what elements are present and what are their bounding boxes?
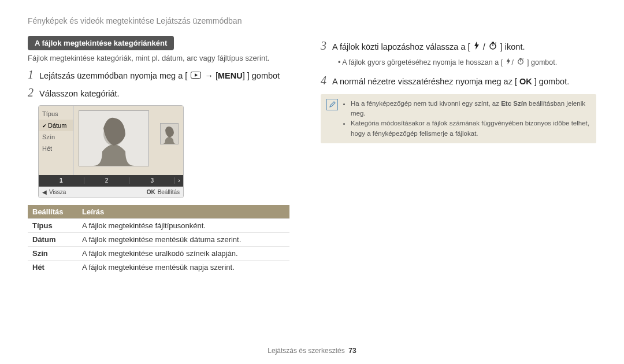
status-bar: ◀ Vissza OK Beállítás <box>39 187 183 198</box>
step-4-post: ] gombot. <box>534 77 569 86</box>
menu-label-icon: [MENU] <box>216 71 245 80</box>
settings-table: Beállítás Leírás Típus A fájlok megtekin… <box>28 205 289 274</box>
step-number: 2 <box>28 86 39 99</box>
step-3-bullet-post: ] gombot. <box>527 58 557 66</box>
status-set[interactable]: Beállítás <box>158 189 180 195</box>
section-desc: Fájlok megtekintése kategóriák, mint pl.… <box>28 54 303 62</box>
flash-icon <box>506 57 511 68</box>
page-header: Fényképek és videók megtekintése Lejátsz… <box>28 16 596 25</box>
photo-main <box>79 110 149 166</box>
table-row: Hét A fájlok megtekintése mentésük napja… <box>28 260 289 274</box>
step-4-pre: A normál nézetre visszatéréshez nyomja m… <box>332 77 517 86</box>
right-column: 3 A fájlok közti lapozáshoz válassza a [… <box>321 36 596 352</box>
step-text: Lejátszás üzemmódban nyomja meg a [ → [M… <box>39 70 280 83</box>
step-1-pre: Lejátszás üzemmódban nyomja meg a [ <box>39 71 187 80</box>
footer-page: 73 <box>348 347 356 355</box>
arrow-icon: → <box>205 71 216 80</box>
back-arrow-icon[interactable]: ◀ <box>42 189 47 195</box>
svg-line-15 <box>522 59 523 60</box>
svg-point-12 <box>518 60 523 65</box>
thumb-page-3[interactable]: 3 <box>129 177 175 184</box>
th-desc: Leírás <box>77 205 289 219</box>
td-date-desc: A fájlok megtekintése mentésük dátuma sz… <box>77 232 289 246</box>
td-type: Típus <box>28 218 77 232</box>
step-3-pre: A fájlok közti lapozáshoz válassza a [ <box>332 42 470 51</box>
note-item-1: Ha a fényképezőgép nem tud kivonni egy s… <box>351 99 590 119</box>
category-list: Típus Dátum Szín Hét <box>39 106 74 175</box>
photo-preview-area <box>74 106 183 175</box>
step-1-post: ] gombot <box>247 71 280 80</box>
svg-marker-6 <box>474 42 479 50</box>
cat-item-date[interactable]: Dátum <box>39 120 73 131</box>
step-3-bullet: • A fájlok gyors görgetéséhez nyomja le … <box>338 57 596 68</box>
note1-pre: Ha a fényképezőgép nem tud kivonni egy s… <box>351 100 501 107</box>
step-number: 4 <box>321 74 332 87</box>
th-setting: Beállítás <box>28 205 77 219</box>
td-week-desc: A fájlok megtekintése mentésük napja sze… <box>77 260 289 274</box>
step-1: 1 Lejátszás üzemmódban nyomja meg a [ → … <box>28 68 303 83</box>
thumb-page-1[interactable]: 1 <box>39 177 84 184</box>
step-3: 3 A fájlok közti lapozáshoz válassza a [… <box>321 39 596 54</box>
step-text: A fájlok közti lapozáshoz válassza a [ /… <box>332 41 525 54</box>
step-2: 2 Válasszon kategóriát. <box>28 86 303 101</box>
svg-rect-14 <box>519 58 521 60</box>
footer-section: Lejátszás és szerkesztés <box>268 347 344 355</box>
note1-bold: Etc Szín <box>501 100 527 107</box>
timer-icon <box>517 57 524 68</box>
status-back[interactable]: Vissza <box>49 189 66 195</box>
photo-thumb <box>160 123 179 144</box>
svg-marker-1 <box>195 73 198 77</box>
section-header-files-by-category: A fájlok megtekintése kategóriánként <box>28 36 174 50</box>
td-date: Dátum <box>28 232 77 246</box>
table-row: Dátum A fájlok megtekintése mentésük dát… <box>28 232 289 246</box>
step-3-bullet-pre: A fájlok gyors görgetéséhez nyomja le ho… <box>342 58 503 66</box>
thumb-strip: 1 2 3 › <box>39 175 183 187</box>
step-number: 3 <box>321 39 332 53</box>
timer-icon <box>489 41 497 54</box>
step-3-post: ] ikont. <box>500 42 525 51</box>
left-column: A fájlok megtekintése kategóriánként Fáj… <box>28 36 303 352</box>
td-color: Szín <box>28 246 77 260</box>
flash-icon <box>474 41 480 54</box>
table-row: Típus A fájlok megtekintése fájltípusonk… <box>28 218 289 232</box>
step-4: 4 A normál nézetre visszatéréshez nyomja… <box>321 74 596 88</box>
thumb-page-2[interactable]: 2 <box>84 177 130 184</box>
ok-icon[interactable]: OK <box>147 189 155 195</box>
play-mode-icon <box>191 70 201 83</box>
note-list: Ha a fényképezőgép nem tud kivonni egy s… <box>343 99 590 139</box>
svg-marker-11 <box>506 58 510 65</box>
thumb-next-icon[interactable]: › <box>175 177 183 184</box>
svg-rect-9 <box>492 42 494 43</box>
table-row: Szín A fájlok megtekintése uralkodó szín… <box>28 246 289 260</box>
page-footer: Lejátszás és szerkesztés 73 <box>0 347 624 355</box>
ok-label-icon: OK <box>519 77 532 86</box>
td-type-desc: A fájlok megtekintése fájltípusonként. <box>77 218 289 232</box>
cat-item-type[interactable]: Típus <box>39 108 73 120</box>
step-text: Válasszon kategóriát. <box>39 88 120 101</box>
step-number: 1 <box>28 68 39 81</box>
td-color-desc: A fájlok megtekintése uralkodó színeik a… <box>77 246 289 260</box>
svg-line-10 <box>495 43 496 43</box>
step-text: A normál nézetre visszatéréshez nyomja m… <box>332 76 569 88</box>
cat-item-color[interactable]: Szín <box>39 131 73 143</box>
cat-item-week[interactable]: Hét <box>39 143 73 154</box>
table-header-row: Beállítás Leírás <box>28 205 289 219</box>
camera-screen-mockup: Típus Dátum Szín Hét <box>38 105 184 198</box>
td-week: Hét <box>28 260 77 274</box>
note-item-2: Kategória módosításakor a fájlok számána… <box>351 118 590 139</box>
note-icon <box>326 99 338 110</box>
note-box: Ha a fényképezőgép nem tud kivonni egy s… <box>321 94 596 143</box>
